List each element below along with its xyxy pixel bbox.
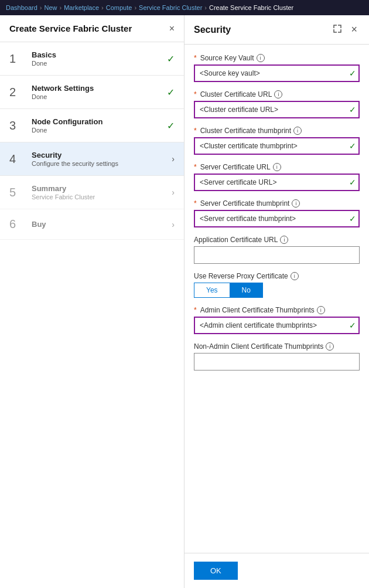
step-title-1: Basics — [32, 50, 167, 59]
right-panel-header: Security × — [184, 15, 369, 45]
input-wrapper-cluster-cert-thumbprint: ✓ — [194, 137, 360, 155]
form-group-server-cert-thumbprint: * Server Certificate thumbprint i ✓ — [194, 199, 360, 227]
breadcrumb-compute[interactable]: Compute — [106, 4, 132, 11]
form-group-cluster-cert-thumbprint: * Cluster Certificate thumbprint i ✓ — [194, 127, 360, 155]
step-title-6: Buy — [32, 220, 172, 229]
step-item-1[interactable]: 1 Basics Done ✓ — [0, 42, 184, 76]
ok-button[interactable]: OK — [194, 562, 238, 580]
right-panel: Security × * Source Key Vault i — [184, 15, 369, 588]
step-subtitle-2: Done — [32, 93, 167, 100]
step-check-icon-3: ✓ — [167, 120, 175, 131]
info-icon-app-cert-url[interactable]: i — [280, 236, 288, 244]
breadcrumb-marketplace[interactable]: Marketplace — [64, 4, 99, 11]
label-cluster-cert-thumbprint: * Cluster Certificate thumbprint i — [194, 127, 360, 135]
form-group-non-admin-thumbprints: Non-Admin Client Certificate Thumbprints… — [194, 342, 360, 371]
steps-list: 1 Basics Done ✓ 2 Network Settings Done … — [0, 42, 184, 240]
close-right-panel-button[interactable]: × — [348, 22, 360, 37]
step-item-4[interactable]: 4 Security Configure the security settin… — [0, 142, 184, 176]
step-title-5: Summary — [32, 184, 172, 193]
info-icon-non-admin-thumbprints[interactable]: i — [326, 342, 334, 351]
check-icon-source-key-vault: ✓ — [349, 69, 356, 78]
breadcrumb-new[interactable]: New — [45, 4, 57, 11]
label-non-admin-thumbprints: Non-Admin Client Certificate Thumbprints… — [194, 342, 360, 351]
info-icon-source-key-vault[interactable]: i — [257, 54, 265, 62]
step-number-3: 3 — [9, 119, 26, 132]
reverse-proxy-no-button[interactable]: No — [230, 283, 263, 298]
form-group-source-key-vault: * Source Key Vault i ✓ — [194, 54, 360, 82]
step-chevron-icon-4: › — [172, 154, 175, 164]
step-content-5: Summary Service Fabric Cluster — [32, 184, 172, 200]
expand-icon[interactable] — [331, 23, 344, 36]
non-admin-thumbprints-input[interactable] — [194, 353, 360, 371]
step-content-6: Buy — [32, 220, 172, 229]
breadcrumb-service-fabric[interactable]: Service Fabric Cluster — [139, 4, 202, 11]
step-content-2: Network Settings Done — [32, 84, 167, 100]
check-icon-server-cert-thumbprint: ✓ — [349, 214, 356, 223]
step-subtitle-4: Configure the security settings — [32, 160, 172, 167]
label-reverse-proxy: Use Reverse Proxy Certificate i — [194, 272, 360, 280]
step-content-4: Security Configure the security settings — [32, 151, 172, 167]
source-key-vault-input[interactable] — [194, 64, 360, 82]
info-icon-server-cert-thumbprint[interactable]: i — [292, 199, 300, 208]
step-chevron-icon-5: › — [172, 188, 175, 197]
info-icon-admin-thumbprints[interactable]: i — [317, 306, 325, 314]
left-panel: Create Service Fabric Cluster × 1 Basics… — [0, 15, 184, 588]
input-wrapper-app-cert-url — [194, 246, 360, 264]
breadcrumb-current: Create Service Fabric Cluster — [209, 4, 293, 11]
check-icon-server-cert-url: ✓ — [349, 178, 356, 187]
step-item-5: 5 Summary Service Fabric Cluster › — [0, 176, 184, 209]
close-button[interactable]: × — [169, 24, 175, 33]
step-content-3: Node Configuration Done — [32, 117, 167, 134]
form-group-server-cert-url: * Server Certificate URL i ✓ — [194, 163, 360, 191]
right-header-actions: × — [331, 22, 360, 37]
check-icon-cluster-cert-url: ✓ — [349, 105, 356, 114]
input-wrapper-server-cert-url: ✓ — [194, 174, 360, 191]
info-icon-server-cert-url[interactable]: i — [273, 163, 281, 171]
breadcrumb: Dashboard › New › Marketplace › Compute … — [0, 0, 369, 15]
left-panel-title: Create Service Fabric Cluster — [9, 23, 132, 33]
check-icon-cluster-cert-thumbprint: ✓ — [349, 141, 356, 151]
info-icon-cluster-cert-url[interactable]: i — [274, 90, 282, 98]
step-title-3: Node Configuration — [32, 117, 167, 126]
reverse-proxy-toggle-group: Yes No — [194, 283, 360, 298]
step-item-2[interactable]: 2 Network Settings Done ✓ — [0, 76, 184, 109]
form-group-cluster-cert-url: * Cluster Certificate URL i ✓ — [194, 90, 360, 118]
step-subtitle-5: Service Fabric Cluster — [32, 193, 172, 200]
step-number-2: 2 — [9, 86, 26, 99]
input-wrapper-server-cert-thumbprint: ✓ — [194, 210, 360, 227]
form-content: * Source Key Vault i ✓ * Cluster Certifi… — [184, 45, 369, 553]
step-check-icon-1: ✓ — [167, 53, 175, 64]
step-title-2: Network Settings — [32, 84, 167, 93]
label-server-cert-url: * Server Certificate URL i — [194, 163, 360, 171]
cluster-cert-url-input[interactable] — [194, 101, 360, 118]
server-cert-thumbprint-input[interactable] — [194, 210, 360, 227]
app-cert-url-input[interactable] — [194, 246, 360, 264]
breadcrumb-dashboard[interactable]: Dashboard — [6, 4, 37, 11]
admin-thumbprints-input[interactable] — [194, 317, 360, 334]
check-icon-admin-thumbprints: ✓ — [349, 321, 356, 330]
label-app-cert-url: Application Certificate URL i — [194, 236, 360, 244]
reverse-proxy-yes-button[interactable]: Yes — [194, 283, 230, 298]
step-subtitle-3: Done — [32, 127, 167, 134]
step-content-1: Basics Done — [32, 50, 167, 67]
right-panel-title: Security — [194, 25, 231, 35]
form-group-admin-thumbprints: * Admin Client Certificate Thumbprints i… — [194, 306, 360, 334]
main-container: Create Service Fabric Cluster × 1 Basics… — [0, 15, 369, 588]
input-wrapper-source-key-vault: ✓ — [194, 64, 360, 82]
input-wrapper-cluster-cert-url: ✓ — [194, 101, 360, 118]
info-icon-reverse-proxy[interactable]: i — [291, 272, 299, 280]
info-icon-cluster-cert-thumbprint[interactable]: i — [293, 127, 302, 135]
footer-bar: OK — [184, 553, 369, 588]
server-cert-url-input[interactable] — [194, 174, 360, 191]
step-item-3[interactable]: 3 Node Configuration Done ✓ — [0, 109, 184, 142]
label-server-cert-thumbprint: * Server Certificate thumbprint i — [194, 199, 360, 208]
step-check-icon-2: ✓ — [167, 87, 175, 98]
cluster-cert-thumbprint-input[interactable] — [194, 137, 360, 155]
label-cluster-cert-url: * Cluster Certificate URL i — [194, 90, 360, 98]
label-admin-thumbprints: * Admin Client Certificate Thumbprints i — [194, 306, 360, 314]
step-number-4: 4 — [9, 152, 26, 166]
step-item-6: 6 Buy › — [0, 209, 184, 240]
step-chevron-icon-6: › — [172, 220, 175, 229]
step-number-5: 5 — [9, 186, 26, 199]
step-title-4: Security — [32, 151, 172, 159]
